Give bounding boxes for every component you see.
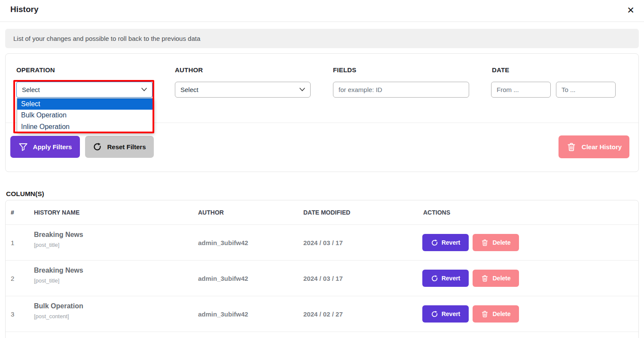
clear-history-button[interactable]: Clear History bbox=[559, 135, 629, 158]
operation-select-value: Select bbox=[22, 86, 40, 93]
col-actions: ACTIONS bbox=[423, 209, 450, 216]
refresh-icon bbox=[431, 275, 438, 282]
close-icon[interactable]: ✕ bbox=[623, 3, 638, 18]
history-name: Breaking News bbox=[34, 231, 83, 239]
operation-dropdown: Select Bulk Operation Inline Operation bbox=[17, 98, 153, 132]
col-number: # bbox=[11, 209, 14, 216]
refresh-icon bbox=[431, 239, 438, 246]
row-number: 2 bbox=[11, 275, 14, 282]
date-cell: 2024 / 03 / 17 bbox=[303, 275, 343, 282]
chevron-down-icon bbox=[299, 88, 305, 92]
history-name-cell: Breaking News [post_title] bbox=[34, 267, 83, 284]
history-table: # HISTORY NAME AUTHOR DATE MODIFIED ACTI… bbox=[5, 200, 639, 338]
apply-filters-button[interactable]: Apply Filters bbox=[10, 136, 80, 158]
revert-button[interactable]: Revert bbox=[422, 270, 469, 287]
history-name: Breaking News bbox=[34, 267, 83, 274]
revert-button[interactable]: Revert bbox=[422, 305, 469, 323]
operation-select[interactable]: Select bbox=[16, 82, 153, 98]
history-field: [post_content] bbox=[34, 313, 83, 320]
table-row-partial bbox=[6, 332, 638, 338]
date-label: DATE bbox=[492, 66, 510, 74]
reset-filters-button[interactable]: Reset Filters bbox=[85, 136, 154, 158]
operation-label: OPERATION bbox=[16, 66, 55, 74]
table-header-row: # HISTORY NAME AUTHOR DATE MODIFIED ACTI… bbox=[6, 200, 638, 225]
page-title: History bbox=[10, 5, 38, 14]
date-from-input[interactable] bbox=[491, 82, 551, 98]
history-field: [post_title] bbox=[34, 242, 83, 248]
trash-icon bbox=[566, 142, 577, 152]
date-to-input[interactable] bbox=[556, 82, 616, 98]
table-row: 3 Bulk Operation [post_content] admin_3u… bbox=[6, 296, 638, 332]
refresh-icon bbox=[431, 310, 438, 318]
table-row: 1 Breaking News [post_title] admin_3ubif… bbox=[6, 225, 638, 261]
author-select[interactable]: Select bbox=[175, 82, 311, 98]
row-number: 1 bbox=[11, 239, 14, 246]
col-history-name: HISTORY NAME bbox=[34, 209, 79, 216]
notice-banner: List of your changes and possible to rol… bbox=[5, 29, 639, 48]
date-cell: 2024 / 02 / 27 bbox=[303, 310, 343, 318]
fields-input[interactable] bbox=[333, 82, 469, 98]
row-number: 3 bbox=[11, 310, 14, 318]
fields-label: FIELDS bbox=[333, 66, 357, 74]
columns-section-label: COLUMN(S) bbox=[6, 190, 44, 198]
operation-option-select[interactable]: Select bbox=[17, 98, 153, 110]
history-name-cell: Bulk Operation [post_content] bbox=[34, 302, 83, 320]
revert-button[interactable]: Revert bbox=[422, 234, 469, 251]
author-cell: admin_3ubifw42 bbox=[198, 239, 248, 246]
trash-icon bbox=[481, 310, 489, 318]
trash-icon bbox=[481, 239, 489, 247]
chevron-down-icon bbox=[141, 88, 147, 92]
delete-button[interactable]: Delete bbox=[473, 305, 519, 323]
history-name-cell: Breaking News [post_title] bbox=[34, 231, 83, 248]
author-select-value: Select bbox=[180, 86, 198, 93]
history-field: [post_title] bbox=[34, 277, 83, 284]
operation-option-bulk[interactable]: Bulk Operation bbox=[17, 110, 153, 121]
author-label: AUTHOR bbox=[175, 66, 203, 74]
delete-button[interactable]: Delete bbox=[473, 270, 519, 287]
filter-icon bbox=[18, 142, 28, 152]
refresh-icon bbox=[93, 142, 102, 151]
notice-text: List of your changes and possible to rol… bbox=[13, 35, 200, 42]
delete-button[interactable]: Delete bbox=[473, 234, 519, 251]
col-author: AUTHOR bbox=[198, 209, 224, 216]
trash-icon bbox=[481, 274, 489, 283]
date-cell: 2024 / 03 / 17 bbox=[303, 239, 343, 246]
table-row: 2 Breaking News [post_title] admin_3ubif… bbox=[6, 261, 638, 296]
history-name: Bulk Operation bbox=[34, 302, 83, 310]
header-divider bbox=[0, 22, 644, 22]
author-cell: admin_3ubifw42 bbox=[198, 310, 248, 318]
author-cell: admin_3ubifw42 bbox=[198, 275, 248, 282]
history-modal: History ✕ List of your changes and possi… bbox=[0, 0, 644, 338]
col-date-modified: DATE MODIFIED bbox=[303, 209, 350, 216]
operation-option-inline[interactable]: Inline Operation bbox=[17, 121, 153, 132]
